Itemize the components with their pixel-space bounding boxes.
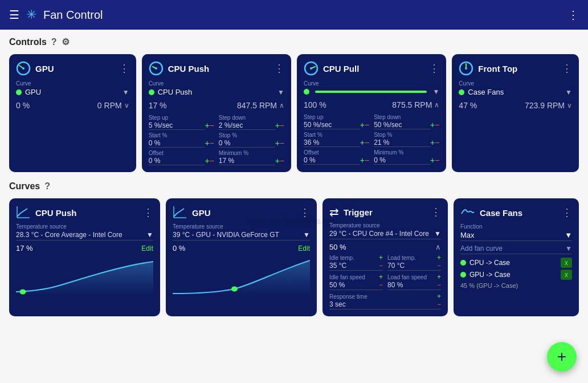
curve-card-cpu-push-more[interactable]: ⋮ [143, 206, 153, 219]
curve-card-cpu-push-edit[interactable]: Edit [141, 245, 153, 252]
response-minus[interactable]: − [437, 300, 441, 308]
curves-help-icon[interactable]: ? [44, 181, 50, 192]
cpu-push-chevron-up[interactable]: ∧ [279, 101, 284, 109]
gpu-chevron-down[interactable]: ∨ [124, 101, 129, 109]
header-more-icon[interactable]: ⋮ [567, 8, 579, 22]
ctrl-card-front-top-curve-value[interactable]: Case Fans [468, 88, 562, 96]
add-fab-button[interactable]: + [547, 342, 577, 372]
curve-card-trigger-temp-select[interactable]: 29 °C - CPU Core #4 - Intel Core ▼ [329, 230, 441, 239]
step-up-plus[interactable]: + [205, 121, 209, 130]
cpu-pull-start-plus[interactable]: + [360, 138, 365, 147]
curve-card-trigger-more[interactable]: ⋮ [431, 206, 441, 218]
cpu-pull-chevron-up[interactable]: ∧ [434, 101, 439, 109]
ctrl-card-front-top-more[interactable]: ⋮ [562, 62, 572, 75]
ctrl-card-cpu-pull-more[interactable]: ⋮ [429, 62, 439, 75]
load-temp-val: 70 °C [387, 262, 437, 270]
stop-minus[interactable]: − [280, 138, 284, 148]
curve-card-case-fans-more[interactable]: ⋮ [562, 206, 572, 219]
load-fan-label-row: Load fan speed + [387, 273, 441, 281]
ctrl-card-gpu-title: GPU [35, 64, 54, 74]
cpu-pull-offset-minus[interactable]: − [365, 156, 369, 165]
curve-card-gpu-edit[interactable]: Edit [298, 245, 310, 252]
trigger-fields: Idle temp. + 35 °C − Load temp. + 70 °C [329, 254, 441, 309]
gpu-dropdown-arrow[interactable]: ▼ [122, 88, 129, 96]
idle-fan-minus[interactable]: − [379, 281, 383, 289]
cpu-push-dropdown-arrow[interactable]: ▼ [277, 88, 284, 96]
ctrl-card-cpu-push-title-row: CPU Push [149, 61, 210, 76]
header-left: ☰ ✳ Fan Control [9, 7, 103, 22]
load-fan-plus[interactable]: + [437, 273, 441, 281]
min-minus[interactable]: − [280, 156, 284, 165]
step-down-minus[interactable]: − [280, 121, 284, 130]
offset-plus[interactable]: + [205, 156, 209, 165]
load-temp-plus[interactable]: + [437, 254, 441, 262]
curve-card-gpu-temp-val: 39 °C - GPU - NVIDIA GeForce GT [173, 231, 279, 239]
idle-temp-plus[interactable]: + [379, 254, 383, 262]
trigger-temp-dropdown[interactable]: ▼ [434, 230, 441, 238]
front-top-dropdown-arrow[interactable]: ▼ [565, 88, 572, 96]
case-fans-func-select[interactable]: Max ▼ [460, 231, 572, 241]
cpu-pull-slider[interactable] [315, 91, 427, 93]
start-plus[interactable]: + [205, 138, 209, 148]
ctrl-card-cpu-push-more[interactable]: ⋮ [274, 62, 284, 75]
cpu-pull-step-down-minus[interactable]: − [435, 120, 439, 129]
min-plus[interactable]: + [275, 156, 280, 165]
ctrl-card-cpu-push-stats: 17 % 847.5 RPM ∧ [149, 101, 284, 110]
cpu-pull-step-up-minus[interactable]: − [365, 120, 369, 129]
response-plus[interactable]: + [437, 292, 441, 300]
idle-fan-plus[interactable]: + [379, 273, 383, 281]
ctrl-card-front-top-curve-select-row: Case Fans ▼ [459, 88, 572, 96]
cpu-case-remove-btn[interactable]: x [561, 258, 572, 268]
cpu-pull-step-up-plus[interactable]: + [360, 120, 365, 129]
min-val: 17 % [219, 157, 275, 165]
offset-minus[interactable]: − [210, 156, 214, 165]
cpu-push-temp-dropdown[interactable]: ▼ [146, 231, 153, 239]
cpu-pull-dropdown-arrow[interactable]: ▼ [432, 88, 439, 96]
cpu-pull-offset-plus[interactable]: + [360, 156, 365, 165]
stop-plus[interactable]: + [275, 138, 280, 148]
cpu-pull-stop-minus[interactable]: − [435, 138, 439, 147]
add-fan-dropdown[interactable]: ▼ [565, 245, 572, 252]
ctrl-card-cpu-push-header: CPU Push ⋮ [149, 61, 284, 76]
step-down-label: Step down [219, 115, 284, 121]
hamburger-icon[interactable]: ☰ [9, 8, 19, 22]
gpu-case-remove-btn[interactable]: x [561, 270, 572, 280]
case-fans-add-fan-row[interactable]: Add fan curve ▼ [460, 245, 572, 254]
idle-temp-minus[interactable]: − [379, 262, 383, 270]
step-up-row: 5 %/sec + − [149, 121, 214, 130]
start-minus[interactable]: − [210, 138, 214, 148]
gpu-temp-dropdown[interactable]: ▼ [303, 231, 310, 239]
cpu-pull-min-minus[interactable]: − [435, 156, 439, 165]
load-temp-minus[interactable]: − [437, 262, 441, 270]
curve-card-trigger: ⇄ Trigger ⋮ Temperature source 29 °C - C… [322, 198, 448, 316]
curves-label: Curves [9, 181, 40, 192]
cpu-pull-min-row: 0 % + − [374, 156, 439, 165]
curve-card-cpu-push-percent-row: 17 % Edit [16, 244, 153, 252]
ctrl-card-gpu-more[interactable]: ⋮ [119, 62, 129, 75]
response-val: 3 sec [329, 300, 437, 308]
front-top-chevron-down[interactable]: ∨ [567, 101, 572, 109]
trigger-chevron-up[interactable]: ∧ [435, 243, 441, 251]
ctrl-card-cpu-push: CPU Push ⋮ Curve CPU Push ▼ 17 % 847.5 R… [142, 54, 291, 172]
cpu-pull-step-down-label: Step down [374, 114, 439, 120]
main-content: Controls ? ⚙ GPU ⋮ Curve GPU [0, 30, 588, 383]
ctrl-card-cpu-push-curve-value[interactable]: CPU Push [158, 88, 274, 96]
curve-card-gpu-temp-select[interactable]: 39 °C - GPU - NVIDIA GeForce GT ▼ [173, 231, 310, 241]
step-down-row: 2 %/sec + − [219, 121, 284, 130]
cpu-pull-step-down-plus[interactable]: + [430, 120, 435, 129]
ctrl-card-cpu-pull-title: CPU Pull [323, 64, 359, 74]
controls-help-icon[interactable]: ? [51, 37, 57, 47]
cpu-pull-start-minus[interactable]: − [365, 138, 369, 147]
curve-card-gpu-more[interactable]: ⋮ [300, 206, 310, 219]
cpu-pull-stop-plus[interactable]: + [430, 138, 435, 147]
case-fans-func-dropdown[interactable]: ▼ [565, 231, 572, 239]
case-fans-func-val: Max [460, 231, 475, 239]
curve-card-cpu-push-temp-select[interactable]: 28.3 °C - Core Average - Intel Core ▼ [16, 231, 153, 241]
ctrl-card-gpu-curve-value[interactable]: GPU [25, 88, 119, 96]
cpu-pull-min-plus[interactable]: + [430, 156, 435, 165]
step-up-minus[interactable]: − [210, 121, 214, 130]
controls-settings-icon[interactable]: ⚙ [62, 36, 70, 47]
load-fan-minus[interactable]: − [437, 281, 441, 289]
step-down-plus[interactable]: + [275, 121, 280, 130]
idle-fan-col: Idle fan speed + 50 % − [329, 273, 383, 290]
